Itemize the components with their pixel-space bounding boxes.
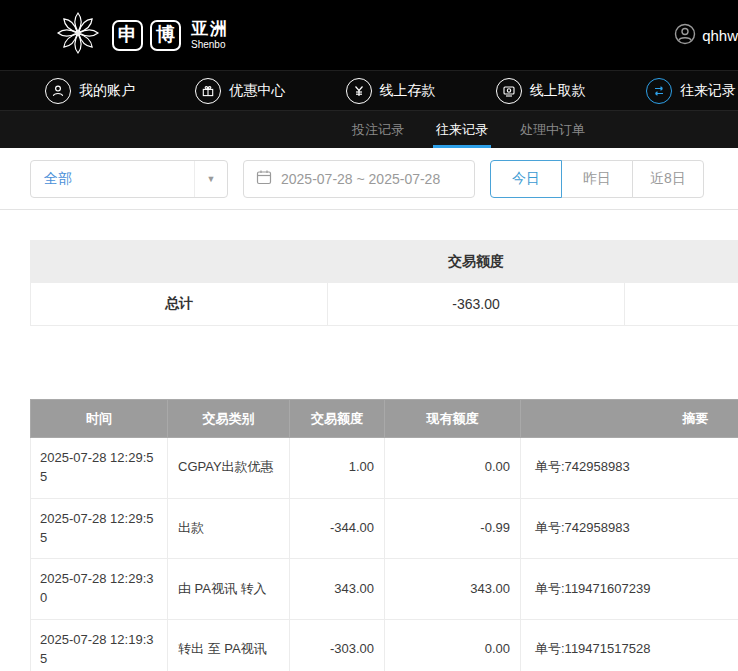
- summary-empty-cell: [625, 283, 738, 326]
- summary-total-label: 总计: [31, 283, 328, 326]
- lotus-logo-icon: [55, 10, 101, 60]
- chevron-down-icon: ▼: [194, 161, 227, 197]
- table-row: 2025-07-28 12:19:35转出 至 PA视讯-303.000.00单…: [31, 620, 738, 671]
- last-8-days-button[interactable]: 近8日: [632, 160, 704, 198]
- yesterday-button[interactable]: 昨日: [561, 160, 633, 198]
- type-filter-value: 全部: [44, 170, 72, 188]
- table-cell: 1.00: [290, 438, 385, 499]
- table-cell: -303.00: [290, 620, 385, 671]
- date-range-picker[interactable]: 2025-07-28 ~ 2025-07-28: [243, 160, 475, 198]
- table-cell: -344.00: [290, 498, 385, 559]
- nav-item-deposit[interactable]: 线上存款: [346, 78, 436, 104]
- col-header-type: 交易类别: [168, 400, 290, 438]
- summary-header-empty: [31, 241, 328, 283]
- records-header-row: 时间 交易类别 交易额度 现有额度 摘要: [31, 400, 738, 438]
- user-account[interactable]: qhhw: [674, 23, 738, 48]
- table-row: 2025-07-28 12:29:30由 PA视讯 转入343.00343.00…: [31, 559, 738, 620]
- nav-item-my-account[interactable]: 我的账户: [45, 78, 135, 104]
- records-icon: [646, 78, 672, 104]
- records-tabbar: 投注记录 往来记录 处理中订单: [0, 110, 738, 148]
- table-cell: 2025-07-28 12:29:30: [31, 559, 168, 620]
- brand-char-1: 申: [112, 20, 143, 51]
- tab-pending-orders[interactable]: 处理中订单: [520, 111, 585, 148]
- summary-total-value: -363.00: [328, 283, 625, 326]
- col-header-amount: 交易额度: [290, 400, 385, 438]
- top-header: 申 博 亚洲 Shenbo qhhw: [0, 0, 738, 70]
- calendar-icon: [256, 169, 272, 188]
- withdraw-icon: [496, 78, 522, 104]
- nav-item-withdraw[interactable]: 线上取款: [496, 78, 586, 104]
- table-row: 2025-07-28 12:29:55CGPAY出款优惠1.000.00单号:7…: [31, 438, 738, 499]
- table-cell: CGPAY出款优惠: [168, 438, 290, 499]
- brand-char-2: 博: [150, 20, 181, 51]
- table-cell: 单号:742958983: [521, 438, 738, 499]
- brand-subtitle: Shenbo: [191, 39, 229, 50]
- nav-item-label: 线上取款: [530, 82, 586, 100]
- table-cell: 343.00: [290, 559, 385, 620]
- filter-bar: 全部 ▼ 2025-07-28 ~ 2025-07-28 今日 昨日 近8日: [0, 148, 738, 210]
- nav-item-records[interactable]: 往来记录: [646, 78, 736, 104]
- nav-item-label: 我的账户: [79, 82, 135, 100]
- date-range-value: 2025-07-28 ~ 2025-07-28: [281, 171, 440, 187]
- user-icon: [45, 78, 71, 104]
- records-table: 时间 交易类别 交易额度 现有额度 摘要 2025-07-28 12:29:55…: [30, 399, 738, 671]
- records-tbody: 2025-07-28 12:29:55CGPAY出款优惠1.000.00单号:7…: [31, 438, 738, 671]
- table-cell: 2025-07-28 12:29:55: [31, 498, 168, 559]
- nav-item-label: 线上存款: [380, 82, 436, 100]
- summary-total-row: 总计 -363.00: [31, 283, 738, 326]
- table-cell: 343.00: [385, 559, 521, 620]
- nav-item-label: 优惠中心: [229, 82, 285, 100]
- tab-transaction-records[interactable]: 往来记录: [436, 111, 488, 148]
- main-nav: 我的账户 优惠中心 线上存款 线上取款: [0, 70, 738, 110]
- summary-header-row: 交易额度: [31, 241, 738, 283]
- nav-item-label: 往来记录: [680, 82, 736, 100]
- table-cell: 转出 至 PA视讯: [168, 620, 290, 671]
- table-cell: 单号:119471517528: [521, 620, 738, 671]
- table-row: 2025-07-28 12:29:55出款-344.00-0.99单号:7429…: [31, 498, 738, 559]
- table-cell: 单号:119471607239: [521, 559, 738, 620]
- type-filter-select[interactable]: 全部 ▼: [30, 160, 228, 198]
- col-header-balance: 现有额度: [385, 400, 521, 438]
- brand-region-cn: 亚洲: [191, 20, 229, 39]
- brand-region: 亚洲 Shenbo: [191, 20, 229, 50]
- summary-header-empty: [625, 241, 738, 283]
- table-cell: -0.99: [385, 498, 521, 559]
- user-name: qhhw: [702, 27, 738, 44]
- today-button[interactable]: 今日: [490, 160, 562, 198]
- table-cell: 2025-07-28 12:19:35: [31, 620, 168, 671]
- col-header-memo: 摘要: [521, 400, 738, 438]
- table-cell: 2025-07-28 12:29:55: [31, 438, 168, 499]
- col-header-time: 时间: [31, 400, 168, 438]
- table-cell: 单号:742958983: [521, 498, 738, 559]
- table-cell: 0.00: [385, 438, 521, 499]
- summary-header-amount: 交易额度: [328, 241, 625, 283]
- brand: 申 博 亚洲 Shenbo: [55, 10, 229, 60]
- nav-item-promotions[interactable]: 优惠中心: [195, 78, 285, 104]
- table-cell: 由 PA视讯 转入: [168, 559, 290, 620]
- deposit-icon: [346, 78, 372, 104]
- summary-table: 交易额度 总计 -363.00: [30, 240, 738, 326]
- table-cell: 出款: [168, 498, 290, 559]
- tab-bet-records[interactable]: 投注记录: [352, 111, 404, 148]
- quick-range-group: 今日 昨日 近8日: [490, 160, 704, 198]
- gift-icon: [195, 78, 221, 104]
- user-avatar-icon: [674, 23, 696, 48]
- table-cell: 0.00: [385, 620, 521, 671]
